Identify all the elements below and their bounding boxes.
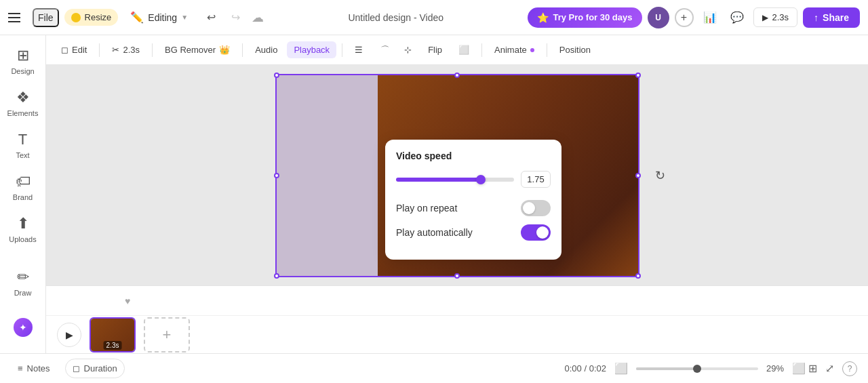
animate-label: Animate: [494, 45, 527, 55]
bg-remover-button[interactable]: BG Remover 👑: [158, 41, 237, 58]
sidebar-item-uploads[interactable]: ⬆ Uploads: [3, 209, 43, 249]
topbar: File Resize ✏️ Editing ▼ ↩ ↪ ☁ Untitled …: [0, 0, 868, 35]
sidebar-item-label: Design: [11, 67, 34, 75]
sidebar-item-draw[interactable]: ✏ Draw: [3, 262, 43, 303]
notes-icon: ≡: [18, 363, 23, 374]
screen-icon[interactable]: ⬜: [614, 362, 628, 375]
preview-play-button[interactable]: ▶ 2.3s: [753, 7, 798, 27]
toggle-thumb: [536, 226, 549, 239]
lines-button[interactable]: ☰: [348, 41, 370, 58]
duration-icon: ◻: [73, 363, 80, 374]
redo-button[interactable]: ↪: [224, 7, 246, 28]
position-button[interactable]: Position: [553, 41, 597, 58]
undo-redo-group: ↩ ↪: [200, 7, 246, 28]
pro-label: Try Pro for 30 days: [553, 12, 632, 22]
timeline-scrubber[interactable]: [636, 367, 758, 370]
plus-icon: +: [163, 326, 172, 344]
elements-icon: ❖: [16, 89, 30, 106]
zoom-level: 29%: [766, 363, 784, 374]
handle-bl[interactable]: [274, 273, 279, 279]
speed-row: 1.75: [396, 171, 551, 188]
menu-icon[interactable]: [8, 8, 27, 27]
resize-button[interactable]: Resize: [64, 9, 119, 26]
handle-tm[interactable]: [454, 73, 460, 78]
playback-label: Playback: [294, 45, 330, 55]
undo-button[interactable]: ↩: [200, 7, 222, 28]
transparency-icon: ⬜: [458, 45, 469, 55]
divider: [481, 43, 482, 57]
play-on-repeat-toggle[interactable]: [521, 200, 551, 216]
time-display: 0:00 / 0:02: [565, 363, 606, 374]
sidebar-item-elements[interactable]: ❖ Elements: [3, 83, 43, 123]
handle-tr[interactable]: [635, 73, 641, 78]
text-icon: T: [18, 131, 27, 148]
cut-duration-button[interactable]: ✂ 2.3s: [105, 41, 146, 58]
audio-button[interactable]: Audio: [248, 41, 284, 58]
timeline-tracks: ▶ 2.3s +: [46, 316, 868, 353]
handle-tl[interactable]: [274, 73, 279, 78]
fullscreen-icon[interactable]: ⤢: [825, 362, 834, 375]
handle-mr[interactable]: [635, 173, 641, 178]
chevron-down-icon: ▼: [181, 14, 188, 21]
fit-view-icon[interactable]: ⬜: [792, 362, 806, 375]
speed-slider[interactable]: [396, 178, 514, 182]
crown-icon: 👑: [219, 45, 230, 55]
bg-remover-label: BG Remover: [165, 45, 216, 55]
avatar[interactable]: U: [648, 7, 669, 28]
analytics-icon[interactable]: 📊: [699, 7, 721, 28]
grid-view-icon[interactable]: ⊞: [808, 362, 817, 375]
pro-trial-button[interactable]: ⭐ Try Pro for 30 days: [528, 7, 642, 28]
add-collaborator-button[interactable]: +: [675, 8, 694, 27]
sidebar-item-brand[interactable]: 🏷 Brand: [3, 167, 43, 207]
clip-thumbnail[interactable]: 2.3s: [90, 317, 136, 352]
crop-button[interactable]: ⊹: [397, 41, 418, 58]
editing-label: Editing: [148, 12, 177, 23]
canvas-area: ◻ Edit ✂ 2.3s BG Remover 👑 Audio Playbac…: [46, 35, 868, 353]
topbar-left: File Resize ✏️ Editing ▼ ↩ ↪ ☁: [8, 7, 264, 28]
share-button[interactable]: ↑ Share: [803, 7, 860, 28]
divider: [99, 43, 100, 57]
lines-icon: ☰: [355, 45, 363, 55]
curve-button[interactable]: ⌒: [372, 41, 395, 60]
transparency-button[interactable]: ⬜: [452, 41, 476, 58]
play-automatically-toggle[interactable]: [521, 224, 551, 241]
curve-icon: ⌒: [379, 44, 388, 56]
canvas-toolbar: ◻ Edit ✂ 2.3s BG Remover 👑 Audio Playbac…: [46, 35, 868, 65]
speed-value[interactable]: 1.75: [521, 171, 551, 188]
progress-thumb: [693, 365, 701, 373]
editing-button[interactable]: ✏️ Editing ▼: [123, 7, 195, 27]
cloud-save-icon[interactable]: ☁: [252, 10, 264, 25]
add-clip-button[interactable]: +: [144, 317, 190, 352]
left-sidebar: ⊞ Design ❖ Elements T Text 🏷 Brand ⬆ Upl…: [0, 35, 46, 353]
duration-button[interactable]: ◻ Duration: [65, 359, 125, 378]
share-label: Share: [823, 12, 849, 23]
sidebar-item-design[interactable]: ⊞ Design: [3, 41, 43, 81]
sidebar-item-text[interactable]: T Text: [3, 125, 43, 165]
design-icon: ⊞: [17, 47, 29, 64]
pencil-icon: ✏️: [130, 11, 144, 24]
edit-icon: ◻: [61, 45, 68, 55]
handle-ml[interactable]: [274, 173, 279, 178]
timeline-play-button[interactable]: ▶: [57, 323, 81, 347]
animate-button[interactable]: Animate: [488, 41, 541, 58]
edit-button[interactable]: ◻ Edit: [54, 41, 94, 58]
heart-icon[interactable]: ♥: [125, 296, 130, 306]
status-bar: ≡ Notes ◻ Duration 0:00 / 0:02 ⬜ 29% ⬜ ⊞…: [0, 353, 868, 383]
playback-button[interactable]: Playback: [287, 41, 336, 58]
popup-title: Video speed: [396, 150, 551, 161]
comments-icon[interactable]: 💬: [726, 7, 748, 28]
handle-br[interactable]: [635, 273, 641, 279]
help-button[interactable]: ?: [842, 361, 857, 376]
sidebar-item-apps[interactable]: ✦: [3, 307, 43, 348]
handle-bm[interactable]: [454, 273, 460, 279]
file-button[interactable]: File: [33, 8, 59, 27]
topbar-center: Untitled design - Video: [269, 12, 522, 23]
toggle-thumb: [523, 202, 535, 214]
rotate-handle[interactable]: ↻: [655, 168, 665, 183]
document-title: Untitled design - Video: [348, 12, 443, 23]
crop-icon: ⊹: [404, 45, 412, 55]
progress-bar-area: [636, 367, 758, 370]
resize-label: Resize: [85, 12, 112, 22]
notes-button[interactable]: ≡ Notes: [11, 359, 57, 378]
flip-button[interactable]: Flip: [421, 41, 449, 58]
